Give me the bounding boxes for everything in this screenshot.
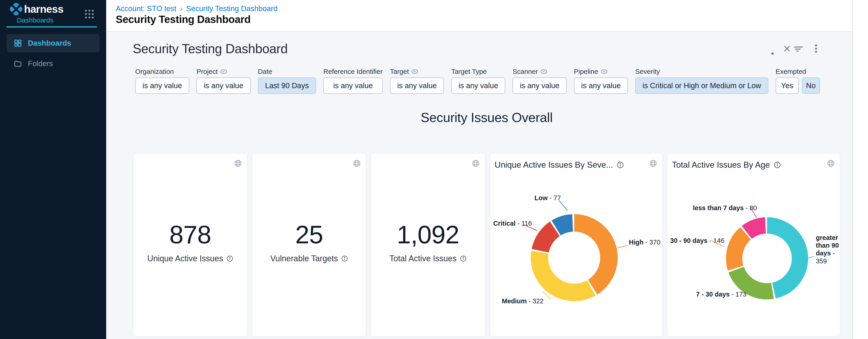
filter-target: Target is any value — [390, 67, 444, 94]
filter-label: Project — [196, 68, 218, 76]
filter-project: Project is any value — [196, 67, 250, 94]
sidebar-nav: Dashboards Folders — [0, 34, 106, 75]
breadcrumb-page-link[interactable]: Security Testing Dashboard — [186, 4, 278, 13]
page-title: Security Testing Dashboard — [116, 13, 251, 25]
filter-reference-identifier: Reference Identifier is any value — [323, 67, 383, 94]
filter-value-chip[interactable]: is any value — [135, 78, 189, 94]
sidebar: harness Dashboards — [0, 0, 106, 339]
label-connector — [559, 200, 568, 211]
filter-label: Target — [390, 68, 409, 76]
stat-label-row: Total Active Issues — [389, 254, 466, 263]
stat-value: 25 — [295, 222, 323, 248]
link-icon — [540, 69, 547, 74]
filter-scanner: Scanner is any value — [513, 67, 566, 94]
filter-organization: Organization is any value — [135, 67, 189, 94]
filter-label: Severity — [635, 68, 660, 76]
dashboard-content: Security Testing Dashboard Organization … — [106, 31, 852, 339]
filter-target-type: Target Type is any value — [451, 67, 505, 94]
filter-value-chip[interactable]: is Critical or High or Medium or Low — [635, 78, 768, 94]
donut-chart-svg — [529, 212, 620, 303]
filter-severity: Severity is Critical or High or Medium o… — [635, 67, 768, 94]
globe-icon[interactable] — [234, 159, 242, 167]
brand[interactable]: harness — [11, 4, 63, 14]
exempted-yes-button[interactable]: Yes — [776, 78, 799, 94]
harness-security-dashboard-page: harness Dashboards — [0, 0, 868, 339]
right-gutter — [852, 0, 868, 339]
filter-label: Pipeline — [574, 68, 598, 76]
tile-unique-active-issues: 878 Unique Active Issues — [133, 154, 247, 336]
sidebar-item-dashboards[interactable]: Dashboards — [7, 34, 100, 52]
filter-bar: Organization is any value Project is any… — [135, 67, 820, 94]
close-icon[interactable] — [783, 44, 791, 53]
link-icon — [601, 69, 607, 74]
harness-logo-icon — [9, 2, 23, 16]
top-bar: Account: STO test › Security Testing Das… — [106, 0, 868, 31]
stat-value: 1,092 — [397, 222, 459, 248]
module-name: Dashboards — [17, 16, 54, 24]
filter-label: Organization — [135, 68, 174, 76]
filter-value-chip[interactable]: Last 90 Days — [258, 78, 316, 94]
filter-icon[interactable] — [794, 46, 803, 53]
link-icon — [220, 69, 227, 74]
filter-date: Date Last 90 Days — [258, 67, 316, 94]
tile-total-active-issues: 1,092 Total Active Issues — [371, 154, 485, 336]
breadcrumb-chevron: › — [180, 4, 182, 13]
section-heading: Security Issues Overall — [133, 110, 840, 125]
folder-icon — [14, 59, 22, 68]
filter-label: Exempted — [776, 68, 806, 76]
info-icon[interactable] — [341, 255, 348, 262]
tile-vulnerable-targets: 25 Vulnerable Targets — [252, 154, 366, 336]
dashboards-grid-icon — [14, 39, 22, 47]
donut-segment-label: Low - 77 — [534, 194, 561, 202]
donut-segment-label: 7 - 30 days - 173 — [696, 291, 747, 298]
donut-chart-severity[interactable]: High - 370Medium - 322Critical - 116Low … — [490, 154, 662, 336]
donut-segment-label: High - 370 — [629, 238, 660, 246]
dashboard-panel-title: Security Testing Dashboard — [133, 41, 288, 56]
stat-label: Unique Active Issues — [147, 254, 223, 263]
sidebar-item-label: Dashboards — [28, 39, 71, 48]
filter-label: Target Type — [451, 68, 487, 76]
filter-value-chip[interactable]: is any value — [451, 78, 505, 94]
kebab-menu-icon[interactable] — [815, 44, 817, 53]
filter-label: Reference Identifier — [323, 68, 383, 76]
stat-value: 878 — [169, 222, 211, 248]
sidebar-item-label: Folders — [28, 59, 53, 68]
donut-chart-svg — [722, 213, 812, 304]
filter-value-chip[interactable]: is any value — [574, 78, 628, 94]
cursor-artifact — [771, 53, 774, 55]
filter-label: Scanner — [513, 68, 538, 76]
accent-divider — [6, 26, 97, 28]
stat-label-row: Unique Active Issues — [147, 254, 233, 263]
filter-value-chip[interactable]: is any value — [196, 78, 250, 94]
globe-icon[interactable] — [472, 159, 480, 167]
tile-unique-active-issues-by-severity: Unique Active Issues By Seve... High - 3… — [490, 154, 662, 336]
info-icon[interactable] — [226, 255, 233, 262]
brand-name: harness — [24, 4, 63, 14]
filter-value-chip[interactable]: is any value — [323, 78, 383, 94]
donut-segment-label: Medium - 322 — [502, 298, 544, 305]
donut-segment-label: greater than 90 days - 359 — [816, 234, 842, 265]
filter-label: Date — [258, 68, 272, 76]
breadcrumb-account-link[interactable]: Account: STO test — [116, 4, 176, 13]
sidebar-item-folders[interactable]: Folders — [7, 55, 100, 73]
globe-icon[interactable] — [353, 159, 361, 167]
filter-pipeline: Pipeline is any value — [574, 67, 628, 94]
link-icon — [411, 69, 418, 74]
filter-value-chip[interactable]: is any value — [390, 78, 444, 94]
tiles-row: 878 Unique Active Issues — [133, 154, 840, 336]
exempted-no-button[interactable]: No — [802, 78, 820, 94]
stat-label: Vulnerable Targets — [270, 254, 338, 263]
stat-label-row: Vulnerable Targets — [270, 254, 348, 263]
breadcrumb: Account: STO test › Security Testing Das… — [116, 4, 277, 13]
donut-segment-label: less than 7 days - 80 — [693, 204, 757, 212]
donut-chart-age[interactable]: greater than 90 days - 3597 - 30 days - … — [668, 154, 840, 336]
filter-value-chip[interactable]: is any value — [513, 78, 566, 94]
tile-total-active-issues-by-age: Total Active Issues By Age greater than … — [668, 154, 840, 336]
filter-exempted: Exempted Yes No — [776, 67, 820, 94]
info-icon[interactable] — [460, 255, 467, 262]
stat-label: Total Active Issues — [389, 254, 457, 263]
module-switcher-icon[interactable] — [84, 9, 94, 19]
